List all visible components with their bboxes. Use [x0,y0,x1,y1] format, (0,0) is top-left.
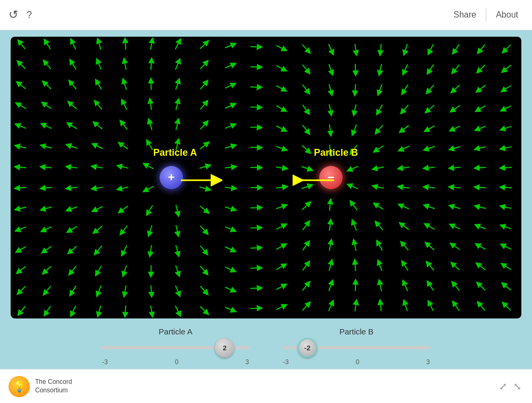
svg-line-47 [97,61,101,70]
svg-line-267 [479,45,485,52]
svg-line-188 [329,262,332,271]
svg-line-149 [276,46,285,50]
svg-line-204 [355,282,356,291]
svg-line-180 [329,64,332,73]
svg-line-157 [276,206,285,209]
slider-b-container[interactable]: -2 [282,339,431,356]
svg-line-239 [428,85,434,93]
svg-line-254 [453,85,460,91]
svg-line-202 [354,241,356,251]
svg-line-117 [200,306,207,313]
svg-line-245 [426,206,435,209]
svg-line-259 [451,187,460,188]
footer: 💡 The Concord Consortium ⤢ ⤡ [0,369,532,403]
expand-button-1[interactable]: ⤢ [497,379,509,394]
svg-line-48 [97,81,102,90]
svg-line-80 [149,121,152,130]
svg-line-170 [302,166,311,170]
svg-line-195 [354,104,356,114]
expand-button-2[interactable]: ⤡ [511,379,523,394]
svg-line-283 [503,65,511,71]
slider-group-b: Particle B -2 -3 0 3 [282,327,431,366]
reload-icon[interactable]: ↺ [9,8,18,22]
particle-a-charge: + [168,171,175,184]
footer-text: The Concord Consortium [35,378,72,394]
svg-line-156 [276,187,286,188]
svg-line-127 [225,207,234,209]
svg-line-290 [502,206,512,208]
svg-line-128 [225,227,234,231]
svg-line-121 [225,84,234,88]
svg-line-224 [403,85,408,93]
svg-line-89 [151,306,152,315]
svg-line-287 [502,147,512,149]
svg-line-168 [303,125,309,132]
svg-line-19 [44,103,52,108]
svg-line-250 [429,303,433,311]
svg-line-115 [200,266,206,273]
svg-line-26 [44,246,52,251]
slider-b-thumb[interactable]: -2 [298,338,317,357]
footer-expand: ⤢ ⤡ [497,379,523,394]
slider-a-container[interactable]: 2 [101,339,250,356]
svg-line-77 [151,60,152,70]
svg-line-166 [303,85,309,92]
svg-line-81 [147,141,152,149]
svg-line-230 [400,205,409,209]
svg-line-63 [123,81,127,90]
svg-line-13 [19,286,26,293]
svg-line-97 [176,205,178,215]
svg-line-255 [452,105,460,111]
logo-icon: 💡 [9,376,30,397]
svg-line-261 [452,225,460,229]
svg-line-284 [503,86,511,91]
svg-line-160 [276,265,285,270]
svg-line-32 [71,61,76,69]
svg-line-23 [42,187,52,188]
svg-line-67 [119,166,129,168]
svg-line-83 [145,186,154,190]
share-button[interactable]: Share [448,8,481,22]
svg-line-76 [151,40,152,50]
svg-line-253 [453,65,460,72]
force-arrow-a [180,172,222,188]
svg-line-294 [503,284,511,290]
svg-line-16 [45,41,51,49]
svg-line-27 [44,266,51,273]
help-icon[interactable]: ? [27,10,32,21]
svg-line-150 [276,65,285,70]
svg-line-7 [16,167,26,167]
svg-line-151 [276,86,285,90]
svg-line-88 [151,286,152,295]
svg-line-225 [402,105,409,112]
svg-line-258 [451,167,460,169]
svg-line-173 [303,223,309,230]
simulation-canvas[interactable]: // Generate electric field lines around … [11,37,521,318]
svg-line-268 [478,65,485,71]
svg-line-123 [225,125,234,129]
svg-line-147 [251,308,260,309]
svg-line-234 [404,282,408,291]
slider-a-thumb[interactable]: 2 [215,338,234,357]
svg-line-263 [453,264,460,270]
svg-line-285 [503,106,511,110]
svg-line-137 [251,107,260,107]
svg-line-185 [330,201,331,211]
slider-group-a: Particle A 2 -3 0 3 [101,327,250,366]
force-arrow-b [293,172,335,188]
svg-line-3 [18,83,26,89]
svg-line-20 [43,124,52,129]
svg-line-38 [68,187,77,188]
svg-line-54 [94,207,103,211]
svg-line-65 [121,122,127,129]
svg-line-279 [478,284,485,290]
svg-line-272 [477,147,486,149]
about-button[interactable]: About [491,8,523,22]
svg-line-222 [404,44,407,53]
svg-line-216 [377,223,383,230]
svg-line-6 [17,146,27,148]
svg-line-33 [70,82,77,89]
svg-line-292 [503,245,511,249]
svg-line-277 [477,245,486,249]
svg-line-21 [43,146,52,148]
